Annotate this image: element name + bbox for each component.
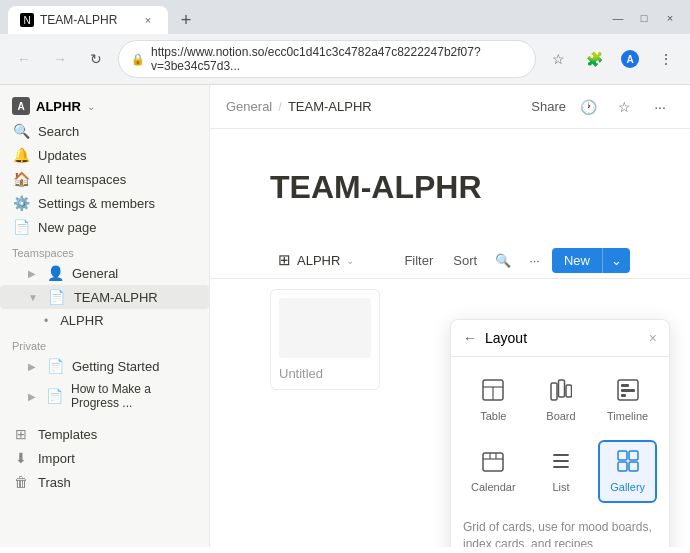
workspace-header[interactable]: A ALPHR ⌄ [0,93,209,119]
layout-option-list[interactable]: List [532,440,591,503]
teamspaces-section-label: Teamspaces [0,239,209,261]
panel-close-button[interactable]: × [649,330,657,346]
profile-button[interactable]: A [616,45,644,73]
maximize-button[interactable]: □ [632,6,656,30]
sidebar-item-import-label: Import [38,451,75,466]
sidebar-item-search[interactable]: 🔍 Search [0,119,209,143]
sidebar-item-import[interactable]: ⬇ Import [0,446,209,470]
tab-title: TEAM-ALPHR [40,13,117,27]
sidebar-item-team-alphr-label: TEAM-ALPHR [74,290,158,305]
table-option-label: Table [480,410,506,422]
how-to-icon: 📄 [46,388,63,404]
page-header: TEAM-ALPHR [210,129,690,242]
address-text: https://www.notion.so/ecc0c1d41c3c4782a4… [151,45,523,73]
gallery-card[interactable]: Untitled [270,289,380,390]
list-icon [550,450,572,477]
gallery-icon [617,450,639,477]
new-record-button[interactable]: New ⌄ [552,248,630,273]
menu-button[interactable]: ⋮ [652,45,680,73]
db-actions: Filter Sort 🔍 ··· New ⌄ [396,246,630,274]
sidebar-item-updates[interactable]: 🔔 Updates [0,143,209,167]
sidebar-item-search-label: Search [38,124,79,139]
general-icon: 👤 [46,265,64,281]
filter-button[interactable]: Filter [396,249,441,272]
panel-header: ← Layout × [451,320,669,357]
teamspaces-icon: 🏠 [12,171,30,187]
breadcrumb-separator: / [278,99,282,114]
new-record-label: New [552,248,602,273]
star-button[interactable]: ☆ [610,93,638,121]
bookmark-button[interactable]: ☆ [544,45,572,73]
sidebar-item-how-to-label: How to Make a Progress ... [71,382,197,410]
sidebar-item-how-to[interactable]: ▶ 📄 How to Make a Progress ... [0,378,209,414]
forward-button[interactable]: → [46,45,74,73]
import-icon: ⬇ [12,450,30,466]
lock-icon: 🔒 [131,53,145,66]
workspace-name: ALPHR [36,99,81,114]
history-button[interactable]: 🕐 [574,93,602,121]
breadcrumb-current[interactable]: TEAM-ALPHR [288,99,372,114]
sidebar-item-settings-label: Settings & members [38,196,155,211]
layout-option-timeline[interactable]: Timeline [598,369,657,432]
sidebar-item-trash[interactable]: 🗑 Trash [0,470,209,494]
main-area: General / TEAM-ALPHR Share 🕐 ☆ ··· TEAM-… [210,85,690,547]
more-db-button[interactable]: ··· [521,249,548,272]
templates-icon: ⊞ [12,426,30,442]
search-db-button[interactable]: 🔍 [489,246,517,274]
trash-icon: 🗑 [12,474,30,490]
general-expand-icon: ▶ [28,268,36,279]
svg-rect-7 [566,385,572,397]
layout-option-gallery[interactable]: Gallery [598,440,657,503]
topbar: General / TEAM-ALPHR Share 🕐 ☆ ··· [210,85,690,129]
layout-description: Grid of cards, use for mood boards, inde… [451,515,669,547]
card-preview-area [279,298,371,358]
tab-bar: N TEAM-ALPHR × + — □ × [0,0,690,34]
share-button[interactable]: Share [531,99,566,114]
sidebar-item-alphr-label: ALPHR [60,313,103,328]
address-bar: ← → ↻ 🔒 https://www.notion.so/ecc0c1d41c… [0,34,690,84]
team-alphr-expand-icon: ▼ [28,292,38,303]
extensions-button[interactable]: 🧩 [580,45,608,73]
sidebar-item-settings[interactable]: ⚙️ Settings & members [0,191,209,215]
layout-option-board[interactable]: Board [532,369,591,432]
layout-options-grid: Table Board [451,357,669,515]
tab-close-button[interactable]: × [140,12,156,28]
sidebar-item-getting-started[interactable]: ▶ 📄 Getting Started [0,354,209,378]
sidebar-item-templates-label: Templates [38,427,97,442]
address-input[interactable]: 🔒 https://www.notion.so/ecc0c1d41c3c4782… [118,40,536,78]
svg-rect-11 [621,394,626,397]
sidebar-item-general[interactable]: ▶ 👤 General [0,261,209,285]
back-button[interactable]: ← [10,45,38,73]
minimize-button[interactable]: — [606,6,630,30]
sidebar-item-new-page-label: New page [38,220,97,235]
svg-rect-12 [483,453,503,471]
panel-back-button[interactable]: ← [463,330,477,346]
new-tab-button[interactable]: + [172,6,200,34]
breadcrumb-general[interactable]: General [226,99,272,114]
board-option-label: Board [546,410,575,422]
sort-button[interactable]: Sort [445,249,485,272]
workspace-chevron-icon: ⌄ [87,101,95,112]
new-record-caret-icon[interactable]: ⌄ [602,248,630,273]
sidebar-item-all-teamspaces-label: All teamspaces [38,172,126,187]
sidebar-item-all-teamspaces[interactable]: 🏠 All teamspaces [0,167,209,191]
layout-option-calendar[interactable]: Calendar [463,440,524,503]
timeline-icon [617,379,639,406]
getting-started-icon: 📄 [46,358,64,374]
reload-button[interactable]: ↻ [82,45,110,73]
sidebar: A ALPHR ⌄ 🔍 Search 🔔 Updates 🏠 All teams… [0,85,210,547]
active-tab[interactable]: N TEAM-ALPHR × [8,6,168,34]
sidebar-item-team-alphr[interactable]: ▼ 📄 TEAM-ALPHR [0,285,209,309]
svg-rect-10 [621,389,635,392]
sidebar-item-getting-started-label: Getting Started [72,359,159,374]
sidebar-item-alphr[interactable]: • ALPHR [0,309,209,332]
app: A ALPHR ⌄ 🔍 Search 🔔 Updates 🏠 All teams… [0,85,690,547]
layout-option-table[interactable]: Table [463,369,524,432]
view-selector[interactable]: ⊞ ALPHR ⌄ [270,247,362,273]
sidebar-item-new-page[interactable]: 📄 New page [0,215,209,239]
more-button[interactable]: ··· [646,93,674,121]
sidebar-item-templates[interactable]: ⊞ Templates [0,422,209,446]
workspace-icon: A [12,97,30,115]
db-toolbar: ⊞ ALPHR ⌄ Filter Sort 🔍 ··· New ⌄ [210,242,690,279]
close-button[interactable]: × [658,6,682,30]
